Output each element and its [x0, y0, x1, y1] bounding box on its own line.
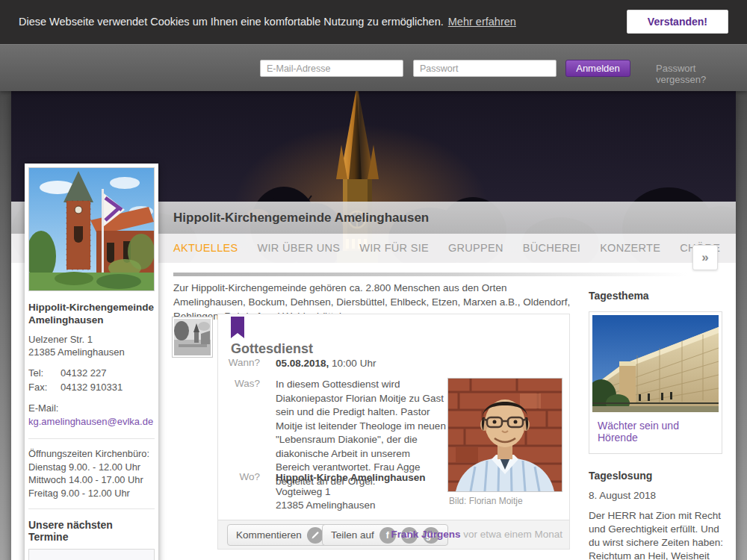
topic-heading: Tagesthema	[589, 290, 734, 302]
article-where-row: Wo? Hippolit-Kirche Amelinghausen Vogtei…	[218, 471, 426, 513]
article-title: Gottesdienst	[231, 341, 313, 357]
aside-column: Tagesthema	[589, 290, 734, 560]
nav-item-wir-ueber-uns[interactable]: WIR ÜBER UNS	[258, 242, 341, 254]
page-title: Hippolit-Kirchengemeinde Amelinghausen	[173, 202, 736, 234]
nav-item-konzerte[interactable]: KONZERTE	[600, 242, 660, 254]
forgot-password-link[interactable]: Passwort vergessen?	[656, 63, 747, 85]
event-time-value: 10:00 Uhr	[332, 358, 376, 369]
cookie-message: Diese Webseite verwendet Cookies um Ihne…	[19, 16, 516, 28]
verse-text: Der HERR hat Zion mit Recht und Gerechti…	[589, 509, 728, 560]
article-thumbnail	[172, 317, 213, 358]
church-photo	[28, 167, 155, 291]
email-field[interactable]	[260, 60, 403, 77]
fax-number: 04132 910331	[61, 382, 123, 393]
main-nav: AKTUELLES WIR ÜBER UNS WIR FÜR SIE GRUPP…	[173, 242, 720, 254]
login-bar: Anmelden Passwort vergessen?	[0, 44, 747, 91]
sidebar-divider	[28, 438, 155, 439]
wall-photo	[592, 315, 719, 412]
cookie-accept-button[interactable]: Verstanden!	[627, 10, 728, 34]
nav-item-wir-fuer-sie[interactable]: WIR FÜR SIE	[359, 242, 429, 254]
sidebar-org-name: Hippolit-Kirchengemeinde Amelinghausen	[28, 301, 155, 326]
email-label: E-Mail:	[28, 402, 155, 415]
sidebar-divider-2	[28, 508, 155, 509]
topic-card: Wächter sein und Hörende	[589, 311, 722, 454]
nav-more-button[interactable]: »	[692, 245, 718, 270]
phone-number: 04132 227	[61, 367, 106, 379]
pencil-icon	[307, 527, 323, 544]
location-name: Hippolit-Kirche Amelinghausen	[276, 471, 426, 485]
office-hours: Öffnungszeiten Kirchenbüro: Dienstag 9.0…	[28, 448, 155, 499]
pastor-photo	[447, 378, 562, 492]
cookie-banner: Diese Webseite verwendet Cookies um Ihne…	[0, 0, 747, 44]
event-date-value: 05.08.2018,	[276, 358, 329, 369]
timestamp: vor etwa einem Monat	[463, 529, 562, 540]
author-link[interactable]: Frank Jürgens	[391, 529, 460, 540]
login-button[interactable]: Anmelden	[565, 60, 630, 77]
article-when-row: Wann? 05.08.2018, 10:00 Uhr	[218, 357, 376, 371]
nav-item-buecherei[interactable]: BÜCHEREI	[523, 242, 580, 254]
nav-underline	[173, 273, 687, 276]
verse-heading: Tageslosung	[589, 470, 734, 482]
events-heading: Unsere nächsten Termine	[28, 519, 155, 543]
password-field[interactable]	[413, 60, 557, 77]
article-card: Gottesdienst Wann? 05.08.2018, 10:00 Uhr…	[217, 314, 570, 550]
sidebar-phone-fax: Tel:04132 227 Fax:04132 910331	[28, 366, 155, 394]
sidebar-address: Uelzener Str. 1 21385 Amelinghausen	[28, 333, 155, 358]
event-item: 10.08.2018, 21:00 Uhr Freitag-Nacht-Konz…	[28, 549, 155, 560]
sidebar-card: Hippolit-Kirchengemeinde Amelinghausen U…	[25, 164, 158, 560]
cookie-more-link[interactable]: Mehr erfahren	[448, 16, 516, 28]
article-byline: Frank Jürgens vor etwa einem Monat	[391, 529, 562, 540]
article-footer: Kommentieren Teilen auf f g+ Frank Jürge…	[218, 520, 569, 549]
verse-date: 8. August 2018	[589, 490, 734, 501]
topic-link[interactable]: Wächter sein und Hörende	[592, 412, 719, 450]
bookmark-ribbon-icon	[231, 317, 244, 338]
email-link[interactable]: kg.amelinghausen@evlka.de	[28, 416, 153, 427]
main-container: Hippolit-Kirchengemeinde Amelinghausen A…	[11, 91, 736, 560]
nav-item-aktuelles[interactable]: AKTUELLES	[173, 242, 238, 254]
comment-button[interactable]: Kommentieren	[227, 524, 332, 546]
nav-item-gruppen[interactable]: GRUPPEN	[448, 242, 503, 254]
photo-caption: Bild: Florian Moitje	[449, 496, 523, 506]
